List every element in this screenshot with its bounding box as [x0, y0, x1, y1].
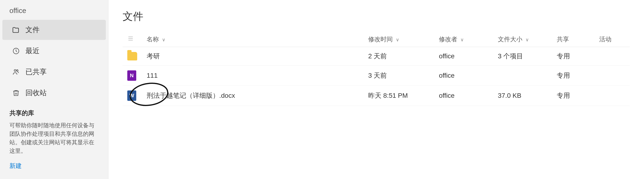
folder-icon: [127, 52, 137, 60]
sidebar-item-recent[interactable]: 最近: [2, 41, 106, 61]
page-title: 文件: [122, 10, 630, 23]
sidebar: office 文件 最近 已共享: [0, 0, 108, 179]
sidebar-item-files[interactable]: 文件: [2, 20, 106, 40]
sidebar-item-label-files: 文件: [26, 25, 40, 35]
col-header-modified[interactable]: 修改时间 ∨: [364, 32, 434, 47]
sidebar-title: office: [0, 0, 108, 19]
file-table: 名称 ∨ 修改时间 ∨ 修改者 ∨ 文件大小 ∨ 共享: [122, 32, 630, 106]
file-modifier-cell: office: [434, 66, 493, 86]
sort-arrow-name: ∨: [162, 37, 166, 42]
file-share-cell: 专用: [552, 86, 594, 106]
file-modified-cell: 2 天前: [364, 47, 434, 66]
word-icon: W: [127, 90, 136, 101]
file-name-cell[interactable]: 刑法于越笔记（详细版）.docx: [142, 86, 364, 106]
main-content: 文件 名称 ∨ 修改时间 ∨ 修改者 ∨: [108, 0, 644, 179]
file-name-cell[interactable]: 考研: [142, 47, 364, 66]
col-header-share: 共享: [552, 32, 594, 47]
file-activity-cell: [594, 47, 630, 66]
sidebar-item-shared[interactable]: 已共享: [2, 62, 106, 82]
file-size-cell: [493, 66, 552, 86]
sidebar-item-label-trash: 回收站: [26, 88, 47, 98]
file-modifier-cell: office: [434, 86, 493, 106]
file-modified-cell: 3 天前: [364, 66, 434, 86]
file-icon-cell: [122, 47, 142, 66]
file-size-cell: 37.0 KB: [493, 86, 552, 106]
sort-arrow-modified: ∨: [396, 37, 399, 42]
person-shared-icon: [12, 68, 20, 76]
col-header-size[interactable]: 文件大小 ∨: [493, 32, 552, 47]
file-modifier-cell: office: [434, 47, 493, 66]
file-name-wrapper: 刑法于越笔记（详细版）.docx: [146, 91, 359, 100]
trash-icon: [12, 89, 20, 97]
svg-point-1: [14, 69, 16, 71]
file-share-cell: 专用: [552, 66, 594, 86]
onenote-icon: N: [127, 70, 136, 81]
file-name-cell[interactable]: 111: [142, 66, 364, 86]
shared-library-description: 可帮助你随时随地使用任何设备与团队协作处理项目和共享信息的网站。创建或关注网站可…: [0, 119, 108, 160]
table-row[interactable]: 考研 2 天前 office 3 个项目 专用: [122, 47, 630, 66]
file-activity-cell: [594, 86, 630, 106]
clock-icon: [12, 47, 20, 55]
file-icon-cell: W: [122, 86, 142, 106]
col-header-modifier[interactable]: 修改者 ∨: [434, 32, 493, 47]
col-header-activity: 活动: [594, 32, 630, 47]
file-modified-cell: 昨天 8:51 PM: [364, 86, 434, 106]
col-header-name[interactable]: 名称 ∨: [142, 32, 364, 47]
sidebar-item-trash[interactable]: 回收站: [2, 83, 106, 103]
file-activity-cell: [594, 66, 630, 86]
sort-arrow-size: ∨: [526, 37, 529, 42]
sort-arrow-modifier: ∨: [460, 37, 464, 42]
folder-icon: [12, 26, 20, 34]
file-size-cell: 3 个项目: [493, 47, 552, 66]
col-header-icon: [122, 32, 142, 47]
table-row[interactable]: W 刑法于越笔记（详细版）.docx 昨天 8:51 PM office: [122, 86, 630, 106]
new-button[interactable]: 新建: [0, 160, 108, 175]
sidebar-item-label-recent: 最近: [26, 46, 40, 56]
file-icon-cell: N: [122, 66, 142, 86]
shared-library-label: 共享的库: [0, 103, 108, 119]
sidebar-item-label-shared: 已共享: [26, 67, 47, 77]
svg-point-2: [16, 70, 18, 71]
table-row[interactable]: N 111 3 天前 office 专用: [122, 66, 630, 86]
file-share-cell: 专用: [552, 47, 594, 66]
